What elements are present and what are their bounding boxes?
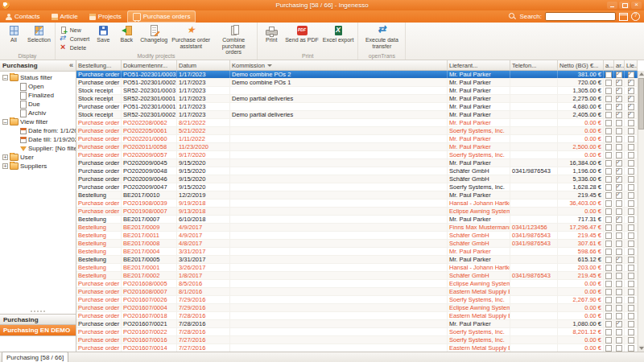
cell-checkbox-lie[interactable] [625, 151, 638, 158]
cell-checkbox-lie[interactable] [625, 95, 638, 102]
cell-checkbox-ar[interactable] [614, 127, 625, 134]
cell-checkbox-a[interactable] [604, 191, 614, 199]
minimize-button[interactable] [607, 2, 617, 9]
cell-checkbox-ar[interactable] [614, 304, 625, 311]
table-row[interactable]: Purchase order PO202201/0060 1/11/2022 M… [76, 135, 638, 143]
table-row[interactable]: Bestellung BE2017/0002 1/8/2017 Schäfer … [76, 272, 638, 280]
send-as-pdf-button[interactable]: Send as PDF [283, 24, 320, 44]
cell-checkbox-a[interactable] [604, 175, 614, 183]
tree-expander-icon[interactable] [2, 163, 8, 169]
cell-checkbox-a[interactable] [604, 159, 614, 167]
cell-checkbox-lie[interactable] [625, 159, 638, 167]
cell-checkbox-ar[interactable] [614, 272, 625, 279]
cell-checkbox-ar[interactable] [614, 119, 625, 126]
tree-item[interactable]: Due [0, 100, 76, 109]
cell-checkbox-a[interactable] [604, 240, 614, 247]
table-row[interactable]: Purchase order ZIP PO201908/0039 9/19/20… [76, 200, 638, 208]
cell-checkbox-lie[interactable] [625, 208, 638, 215]
tree-item[interactable]: Suppliers [0, 162, 76, 171]
table-row[interactable]: Stock receipt SR52-202301/0001 1/17/2023… [76, 95, 638, 103]
table-row[interactable]: Purchase order PO202009/0046 9/15/2020 S… [76, 175, 638, 183]
table-row[interactable]: Purchase order ZIP PO201908/0007 9/13/20… [76, 208, 638, 216]
show-all-button[interactable]: All [2, 24, 25, 44]
cell-checkbox-lie[interactable] [625, 328, 638, 335]
cell-checkbox-a[interactable] [604, 288, 614, 295]
search-input[interactable] [545, 12, 616, 21]
column-header-ar[interactable]: ar... [614, 60, 625, 71]
cell-checkbox-a[interactable] [604, 167, 614, 175]
table-row[interactable]: Purchase order PO201607/0014 7/27/2016 E… [76, 344, 638, 352]
table-row[interactable]: Purchase order ZIP PO201607/0026 7/29/20… [76, 296, 638, 304]
changelog-button[interactable]: Changelog [138, 24, 169, 44]
cell-checkbox-ar[interactable] [614, 280, 625, 287]
table-row[interactable]: Purchase order PO202009/0048 9/15/2020 S… [76, 167, 638, 175]
cell-checkbox-ar[interactable] [614, 191, 625, 199]
table-row[interactable]: Purchase order PO202009/0047 9/15/2020 S… [76, 183, 638, 191]
cell-checkbox-ar[interactable] [614, 111, 625, 118]
cell-checkbox-a[interactable] [604, 119, 614, 126]
cell-checkbox-a[interactable] [604, 71, 614, 78]
tree-item[interactable]: Status filter [0, 73, 76, 82]
cell-checkbox-a[interactable] [604, 312, 614, 319]
table-row[interactable]: Purchase order PO201607/0021 7/28/2016 M… [76, 320, 638, 328]
tree-item[interactable]: View filter [0, 117, 76, 126]
cell-checkbox-ar[interactable] [614, 344, 625, 352]
cell-checkbox-ar[interactable] [614, 175, 625, 183]
cell-checkbox-a[interactable] [604, 264, 614, 271]
cell-checkbox-a[interactable] [604, 127, 614, 134]
cell-checkbox-ar[interactable] [614, 296, 625, 303]
cell-checkbox-lie[interactable] [625, 87, 638, 94]
purchase-order-assistant-button[interactable]: Purchase order assistant [170, 24, 212, 50]
cell-checkbox-a[interactable] [604, 143, 614, 150]
table-row[interactable]: Purchase order PO201607/0018 7/28/2016 E… [76, 312, 638, 320]
cell-checkbox-a[interactable] [604, 328, 614, 335]
cell-checkbox-lie[interactable] [625, 288, 638, 295]
tree-expander-icon[interactable] [2, 154, 8, 160]
column-header-date[interactable]: Datum [177, 60, 230, 71]
cell-checkbox-lie[interactable] [625, 175, 638, 183]
scrollbar-thumb[interactable] [638, 78, 644, 130]
tree-item[interactable]: User [0, 153, 76, 162]
cell-checkbox-lie[interactable] [625, 224, 638, 231]
table-row[interactable]: Purchase order 51 PO51-202301/0002 1/17/… [76, 79, 638, 87]
cell-checkbox-lie[interactable] [625, 336, 638, 343]
table-row[interactable]: Purchase order ZIP PO201608/0005 8/5/201… [76, 280, 638, 288]
delete-button[interactable]: Delete [58, 43, 92, 51]
cell-checkbox-a[interactable] [604, 272, 614, 279]
cell-checkbox-lie[interactable] [625, 272, 638, 279]
cell-checkbox-ar[interactable] [614, 240, 625, 247]
table-row[interactable]: Purchase order 51 PO51-202301/0001 1/17/… [76, 103, 638, 111]
maximize-button[interactable] [619, 2, 630, 9]
table-row[interactable]: Bestellung BE2017/0011 4/9/2017 Schäfer … [76, 232, 638, 240]
cell-checkbox-ar[interactable] [614, 208, 625, 215]
column-header-lie[interactable]: Lie... [625, 60, 638, 71]
cell-checkbox-a[interactable] [604, 111, 614, 118]
table-row[interactable]: Purchase order PO202011/0058 11/23/2020 … [76, 143, 638, 151]
cell-checkbox-lie[interactable] [625, 191, 638, 199]
tree-item[interactable]: Finalized [0, 91, 76, 100]
tree-item[interactable]: Archiv [0, 109, 76, 117]
window-layout-icon[interactable] [619, 13, 628, 21]
cell-checkbox-ar[interactable] [614, 159, 625, 167]
cell-checkbox-ar[interactable] [614, 135, 625, 142]
cell-checkbox-ar[interactable] [614, 79, 625, 86]
table-row[interactable]: Stock receipt SR52-202301/0002 1/17/2023… [76, 111, 638, 119]
table-row[interactable]: Purchase order PO201607/0016 7/27/2016 S… [76, 336, 638, 344]
table-row[interactable]: Purchase order PO201608/0007 8/1/2016 Ea… [76, 288, 638, 296]
table-row[interactable]: Purchase order PO202009/0057 9/17/2020 S… [76, 151, 638, 159]
cell-checkbox-ar[interactable] [614, 103, 625, 110]
cell-checkbox-a[interactable] [604, 135, 614, 142]
cell-checkbox-lie[interactable] [625, 111, 638, 118]
tree-item[interactable]: Supplier: [No filter] [0, 144, 76, 153]
tree-item[interactable]: Date from: 1/1/2014 [0, 126, 76, 135]
cell-checkbox-a[interactable] [604, 183, 614, 191]
table-row[interactable]: Bestellung BE2017/0008 4/8/2017 Schäfer … [76, 240, 638, 248]
cell-checkbox-lie[interactable] [625, 240, 638, 247]
cell-checkbox-lie[interactable] [625, 320, 638, 327]
scroll-down-icon[interactable] [638, 345, 644, 352]
close-button[interactable] [631, 2, 642, 9]
cell-checkbox-a[interactable] [604, 95, 614, 102]
column-header-net-amount[interactable]: Netto (BG) €... [558, 60, 604, 71]
tab-projects[interactable]: Projects [84, 10, 127, 23]
panel-purchasing-en-demo[interactable]: Purchasing EN DEMO [0, 325, 76, 336]
